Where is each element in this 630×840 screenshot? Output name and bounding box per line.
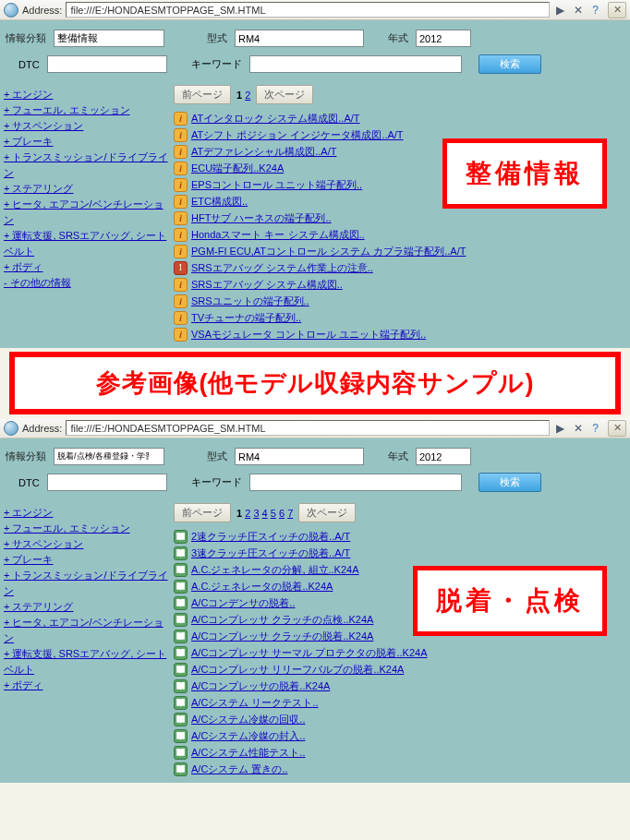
sidebar-item[interactable]: + フューエル, エミッション bbox=[4, 521, 170, 536]
book-icon bbox=[174, 596, 188, 610]
prev-page-button[interactable]: 前ページ bbox=[174, 503, 231, 522]
page-number[interactable]: 7 bbox=[287, 508, 293, 519]
sidebar-item[interactable]: + ヒータ, エアコン/ベンチレーション bbox=[4, 197, 170, 228]
result-link[interactable]: ATインタロック システム構成図..A/T bbox=[191, 110, 360, 126]
result-link[interactable]: A/Cシステム性能テスト.. bbox=[191, 744, 305, 761]
dtc-input[interactable] bbox=[47, 474, 167, 491]
result-link[interactable]: A.C.ジェネレータの分解, 組立..K24A bbox=[191, 561, 359, 578]
model-select[interactable] bbox=[235, 448, 364, 465]
sidebar-item[interactable]: + トランスミッション/ドライブライン bbox=[4, 150, 170, 181]
info-icon: i bbox=[174, 228, 188, 242]
sidebar-item[interactable]: + サスペンション bbox=[4, 118, 170, 134]
year-select[interactable] bbox=[416, 30, 471, 47]
sidebar-item[interactable]: + ボディ bbox=[4, 678, 170, 693]
page-number[interactable]: 2 bbox=[245, 90, 250, 101]
sidebar-item[interactable]: + ボディ bbox=[4, 259, 170, 275]
info-icon: i bbox=[174, 245, 188, 258]
page-number[interactable]: 2 bbox=[245, 508, 250, 519]
sidebar-item[interactable]: + ブレーキ bbox=[4, 134, 170, 150]
page-number[interactable]: 4 bbox=[262, 508, 268, 519]
page-number[interactable]: 3 bbox=[253, 508, 259, 519]
address-input[interactable] bbox=[66, 2, 550, 18]
book-icon bbox=[174, 630, 188, 643]
sidebar-item[interactable]: + 運転支援, SRSエアバッグ, シート ベルト bbox=[4, 228, 170, 259]
info-icon: i bbox=[174, 145, 188, 159]
dtc-input[interactable] bbox=[47, 55, 167, 73]
result-row: iATインタロック システム構成図..A/T bbox=[174, 110, 624, 126]
result-link[interactable]: A/Cコンプレッサの脱着..K24A bbox=[191, 678, 330, 694]
page-number[interactable]: 6 bbox=[279, 508, 285, 519]
sidebar-item[interactable]: + ブレーキ bbox=[4, 552, 170, 568]
tools-icon[interactable]: ✕ bbox=[571, 421, 585, 435]
dtc-label: DTC bbox=[18, 477, 40, 488]
sidebar-item[interactable]: + トランスミッション/ドライブライン bbox=[4, 568, 170, 599]
result-link[interactable]: ATデファレンシャル構成図..A/T bbox=[191, 143, 336, 160]
result-link[interactable]: 3速クラッチ圧スイッチの脱着..A/T bbox=[191, 545, 350, 561]
sidebar-item[interactable]: + 運転支援, SRSエアバッグ, シート ベルト bbox=[4, 646, 170, 678]
help-icon[interactable]: ? bbox=[588, 421, 602, 435]
sidebar-item[interactable]: + エンジン bbox=[4, 505, 170, 521]
result-link[interactable]: Hondaスマート キー システム構成図.. bbox=[191, 226, 365, 243]
overlay-label: 脱着・点検 bbox=[413, 566, 607, 636]
result-link[interactable]: SRSエアバッグ システム構成図.. bbox=[191, 276, 343, 293]
result-link[interactable]: A/Cシステム 置きの.. bbox=[191, 761, 288, 777]
next-page-button[interactable]: 次ページ bbox=[298, 503, 356, 522]
help-icon[interactable]: ? bbox=[588, 3, 602, 17]
result-link[interactable]: EPSコントロール ユニット端子配列.. bbox=[191, 176, 362, 193]
pager: 前ページ 1 2 次ページ bbox=[174, 85, 624, 104]
sidebar-item[interactable]: + フューエル, エミッション bbox=[4, 102, 170, 118]
result-row: A/Cシステム性能テスト.. bbox=[174, 744, 624, 761]
result-link[interactable]: A/Cコンプレッサ クラッチの点検..K24A bbox=[191, 611, 373, 628]
page-number[interactable]: 1 bbox=[236, 508, 242, 519]
play-icon[interactable]: ▶ bbox=[553, 421, 567, 435]
book-icon bbox=[174, 563, 188, 577]
result-link[interactable]: TVチューナの端子配列.. bbox=[191, 309, 301, 326]
close-icon[interactable]: ✕ bbox=[608, 2, 626, 18]
result-link[interactable]: PGM-FI ECU,ATコントロール システム カプラ端子配列..A/T bbox=[191, 243, 466, 259]
year-select[interactable] bbox=[416, 448, 471, 465]
page-number[interactable]: 1 bbox=[236, 90, 242, 101]
result-row: A/Cコンプレッサ サーマル プロテクタの脱着..K24A bbox=[174, 644, 624, 661]
tools-icon[interactable]: ✕ bbox=[571, 3, 585, 17]
prev-page-button[interactable]: 前ページ bbox=[174, 85, 231, 104]
year-label: 年式 bbox=[388, 31, 408, 45]
result-link[interactable]: SRSエアバッグ システム作業上の注意.. bbox=[191, 259, 373, 276]
result-link[interactable]: ATシフト ポジション インジケータ構成図..A/T bbox=[191, 126, 404, 143]
book-icon bbox=[174, 713, 188, 726]
next-page-button[interactable]: 次ページ bbox=[256, 85, 313, 104]
sidebar-item[interactable]: + エンジン bbox=[4, 87, 170, 102]
result-link[interactable]: A/Cシステム冷媒の回収.. bbox=[191, 711, 305, 727]
result-link[interactable]: A/Cコンプレッサ リリーフバルブの脱着..K24A bbox=[191, 661, 404, 678]
sidebar-item[interactable]: + サスペンション bbox=[4, 536, 170, 552]
result-link[interactable]: A/Cシステム リークテスト.. bbox=[191, 694, 319, 711]
address-input[interactable] bbox=[66, 420, 550, 436]
search-button[interactable]: 検索 bbox=[479, 473, 541, 492]
sidebar-item[interactable]: + ステアリング bbox=[4, 181, 170, 197]
sidebar-item[interactable]: + ヒータ, エアコン/ベンチレーション bbox=[4, 615, 170, 646]
result-link[interactable]: A.C.ジェネレータの脱着..K24A bbox=[191, 578, 333, 594]
result-link[interactable]: A/Cコンプレッサ サーマル プロテクタの脱着..K24A bbox=[191, 644, 427, 661]
play-icon[interactable]: ▶ bbox=[553, 3, 567, 17]
sidebar-item[interactable]: - その他の情報 bbox=[4, 275, 170, 291]
info-class-select[interactable] bbox=[54, 448, 164, 465]
info-icon: i bbox=[174, 128, 188, 142]
result-link[interactable]: HFTサブ ハーネスの端子配列.. bbox=[191, 210, 332, 226]
result-link[interactable]: A/Cコンデンサの脱着.. bbox=[191, 594, 295, 611]
result-link[interactable]: ECU端子配列..K24A bbox=[191, 160, 284, 176]
page-number[interactable]: 5 bbox=[271, 508, 276, 519]
result-link[interactable]: 2速クラッチ圧スイッチの脱着..A/T bbox=[191, 528, 350, 545]
result-link[interactable]: A/Cシステム冷媒の封入.. bbox=[191, 727, 305, 744]
sidebar-item[interactable]: + ステアリング bbox=[4, 599, 170, 615]
keyword-input[interactable] bbox=[249, 474, 462, 491]
keyword-input[interactable] bbox=[249, 55, 462, 73]
search-button[interactable]: 検索 bbox=[479, 54, 541, 74]
result-link[interactable]: SRSユニットの端子配列.. bbox=[191, 293, 309, 309]
result-link[interactable]: ETC構成図.. bbox=[191, 193, 248, 210]
close-icon[interactable]: ✕ bbox=[608, 420, 626, 437]
results-area: 前ページ 1 2 次ページ iATインタロック システム構成図..A/TiATシ… bbox=[170, 83, 630, 348]
model-select[interactable] bbox=[235, 30, 364, 47]
result-link[interactable]: VSAモジュレータ コントロール ユニット端子配列.. bbox=[191, 326, 426, 342]
result-row: A/Cシステム リークテスト.. bbox=[174, 694, 624, 711]
info-class-select[interactable] bbox=[54, 30, 164, 47]
result-link[interactable]: A/Cコンプレッサ クラッチの脱着..K24A bbox=[191, 628, 373, 644]
